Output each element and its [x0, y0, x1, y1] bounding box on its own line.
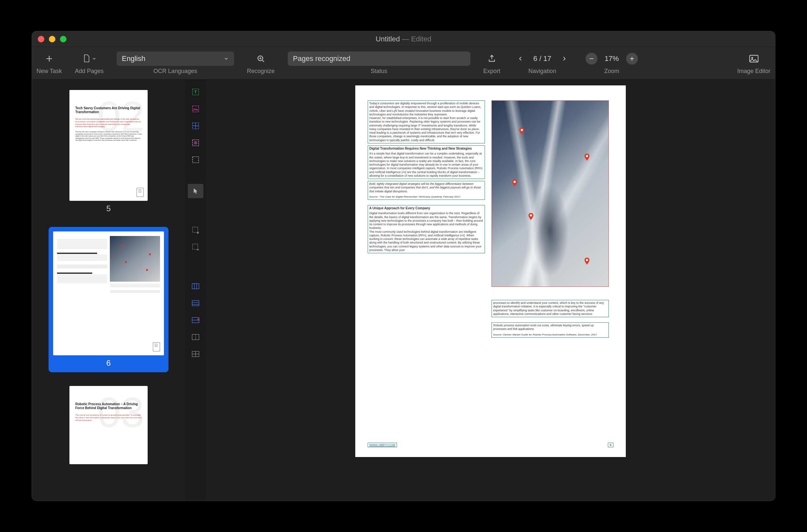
page-viewer[interactable]: Today's consumers are digitally empowere… — [206, 79, 775, 501]
text-region[interactable]: Today's consumers are digitally empowere… — [368, 100, 485, 144]
chevron-left-icon — [518, 54, 523, 63]
thumbnails-sidebar[interactable]: 02 Tech Savvy Customers Are Driving Digi… — [32, 79, 185, 501]
thumb-title: Tech Savvy Customers Are Driving Digital… — [75, 106, 142, 114]
recognize-group: Recognize — [247, 52, 275, 75]
thumbnail-number: 5 — [106, 204, 111, 213]
map-pin-icon — [511, 179, 519, 187]
footer-url-region[interactable]: WWW.ABBYY.COM — [368, 443, 397, 447]
table-frame-icon — [191, 121, 200, 130]
status-field: Pages recognized — [288, 52, 470, 66]
svg-rect-11 — [192, 284, 199, 289]
svg-rect-4 — [193, 106, 199, 112]
recognize-button[interactable] — [253, 52, 269, 66]
image-editor-group: Image Editor — [737, 52, 770, 75]
navigation-label: Navigation — [528, 68, 556, 75]
text-region[interactable]: Bold, tightly integrated digital strateg… — [368, 181, 485, 200]
image-editor-button[interactable] — [746, 52, 762, 66]
svg-point-20 — [586, 259, 588, 261]
delete-separator-tool[interactable] — [188, 313, 204, 327]
cut-area-part-tool[interactable] — [188, 240, 204, 254]
export-group: Export — [483, 52, 500, 75]
language-dropdown[interactable]: English — [117, 52, 234, 66]
window-controls — [38, 36, 66, 42]
new-task-button[interactable] — [41, 52, 57, 66]
text-frame-icon — [191, 87, 200, 96]
navigation-controls: 6 / 17 — [513, 52, 571, 66]
plus-icon — [45, 54, 54, 63]
pointer-tool[interactable] — [188, 184, 204, 198]
svg-point-17 — [586, 155, 588, 157]
edited-indicator: — Edited — [400, 35, 431, 43]
right-column: processes to identify and understand you… — [492, 100, 609, 340]
text-region[interactable]: processes to identify and understand you… — [492, 300, 609, 317]
svg-rect-8 — [193, 157, 199, 163]
dashed-frame-icon — [191, 155, 200, 164]
section-body: Digital transformation looks different f… — [369, 212, 483, 252]
document-page[interactable]: Today's consumers are digitally empowere… — [355, 86, 626, 457]
next-page-button[interactable] — [557, 52, 571, 66]
add-pages-button[interactable] — [79, 52, 100, 66]
export-icon — [487, 54, 496, 63]
thumb-body-text: This has left many companies striving to… — [75, 131, 142, 141]
table-area-tool[interactable] — [188, 119, 204, 133]
prev-page-button[interactable] — [513, 52, 528, 66]
page-indicator[interactable]: 6 / 17 — [528, 54, 557, 63]
export-button[interactable] — [484, 52, 500, 66]
merge-cells-tool[interactable] — [188, 330, 204, 344]
recognition-area-tool[interactable] — [188, 153, 204, 167]
navigation-group: 6 / 17 Navigation — [513, 52, 571, 75]
zoom-in-button[interactable]: + — [625, 52, 639, 66]
city-aerial-image — [492, 101, 609, 287]
document-type-icon — [137, 188, 144, 197]
split-cells-icon — [191, 350, 200, 358]
thumbnail-page-6[interactable]: 6 — [49, 227, 169, 372]
svg-point-2 — [751, 57, 753, 59]
svg-point-18 — [514, 181, 516, 183]
footer-page-number-region[interactable]: 6 — [608, 443, 613, 447]
picture-region[interactable] — [492, 100, 609, 287]
zoom-value[interactable]: 17% — [599, 54, 625, 63]
thumb-title: Robotic Process Automation – A Driving F… — [75, 402, 142, 410]
area-tools-strip — [185, 79, 206, 501]
table-vsep-icon — [191, 282, 200, 290]
language-value: English — [122, 54, 146, 63]
add-horizontal-separator-tool[interactable] — [188, 296, 204, 310]
thumbnail-preview — [53, 231, 164, 355]
text-area-tool[interactable] — [188, 85, 204, 99]
zoom-label: Zoom — [604, 68, 619, 75]
chevron-down-icon — [224, 56, 229, 61]
map-pin-icon — [527, 212, 535, 221]
minimize-window-button[interactable] — [49, 36, 55, 42]
svg-rect-9 — [193, 227, 198, 232]
add-area-part-tool[interactable] — [188, 223, 204, 237]
merge-cells-icon — [191, 333, 200, 341]
zoom-group: − 17% + Zoom — [584, 52, 639, 75]
close-window-button[interactable] — [38, 36, 44, 42]
chevron-right-icon — [561, 54, 567, 63]
thumb-red-text: The volume and complexity of content is … — [75, 414, 142, 421]
text-region[interactable]: Robotic process automation tools cut cos… — [492, 322, 609, 338]
background-area-tool[interactable] — [188, 136, 204, 150]
recognize-label: Recognize — [247, 68, 275, 75]
section-heading: Digital Transformation Requires New Thin… — [369, 147, 483, 151]
svg-point-19 — [530, 214, 532, 217]
mini-city-image — [110, 236, 160, 282]
image-editor-label: Image Editor — [737, 68, 770, 75]
thumb-red-text: We are currently witnessing unprecedente… — [75, 118, 142, 128]
text-region[interactable]: A Unique Approach for Every Company Digi… — [368, 205, 485, 253]
minus-icon: − — [586, 53, 597, 64]
svg-point-16 — [521, 129, 523, 131]
cursor-icon — [192, 187, 199, 195]
zoom-out-button[interactable]: − — [584, 52, 599, 66]
recognize-icon — [256, 54, 266, 63]
new-task-group: New Task — [37, 52, 62, 75]
thumbnail-page-5[interactable]: 02 Tech Savvy Customers Are Driving Digi… — [65, 86, 152, 218]
picture-area-tool[interactable] — [188, 102, 204, 116]
thumbnail-page-7[interactable]: 03 Robotic Process Automation – A Drivin… — [65, 381, 152, 469]
fullscreen-window-button[interactable] — [60, 36, 66, 42]
add-vertical-separator-tool[interactable] — [188, 279, 204, 293]
titlebar: Untitled — Edited — [32, 31, 775, 47]
text-region[interactable]: Digital Transformation Requires New Thin… — [368, 146, 485, 179]
split-cells-tool[interactable] — [188, 347, 204, 361]
ocr-languages-group: English OCR Languages — [117, 52, 234, 75]
